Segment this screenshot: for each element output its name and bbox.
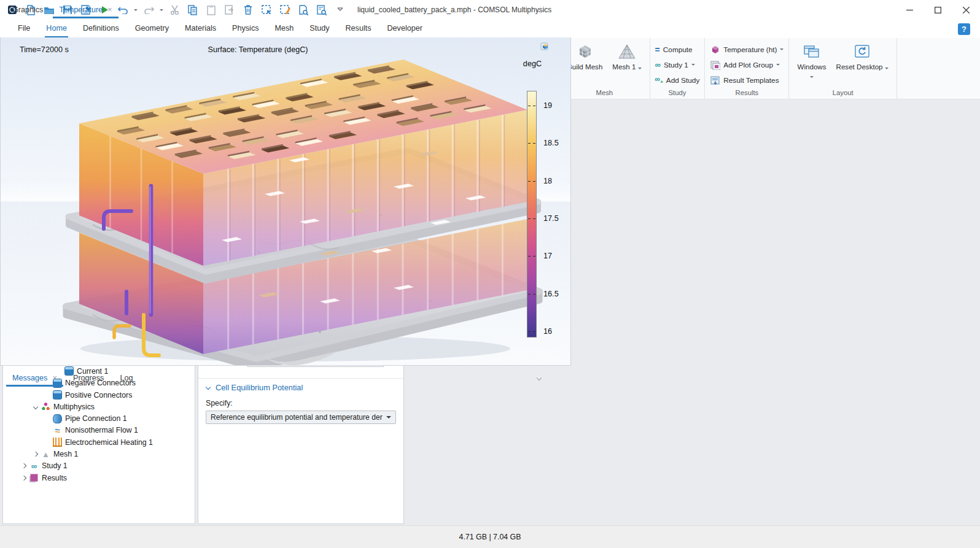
ribbon-tab-home[interactable]: Home <box>38 20 75 38</box>
tree-item-label: Results <box>42 474 67 482</box>
colorbar-tick-label: 16.5 <box>543 289 559 298</box>
tree-item-label: Mesh 1 <box>53 450 78 458</box>
maximize-button[interactable] <box>924 0 952 20</box>
expand-chevron-icon[interactable] <box>33 452 38 457</box>
colorbar-tick-label: 18.5 <box>543 139 559 147</box>
tree-item-multiphysics[interactable]: Multiphysics <box>3 401 195 412</box>
add-plot-group-button[interactable]: Add Plot Group <box>710 58 784 71</box>
cep-specify-dropdown[interactable]: Reference equilibrium potential and temp… <box>206 411 396 424</box>
build-mesh-icon <box>577 42 593 61</box>
memory-usage: 4.71 GB | 7.04 GB <box>459 533 521 541</box>
results-icon <box>31 474 38 482</box>
ribbon-group-mesh: Build Mesh Mesh 1 Mesh <box>559 38 650 99</box>
reset-desktop-button[interactable]: Reset Desktop <box>833 41 892 72</box>
add-study-button[interactable]: ∞+Add Study <box>655 74 700 87</box>
ribbon-group-layout: Windows Reset Desktop Layout <box>789 38 896 99</box>
plot-dataset-icon[interactable] <box>540 41 550 50</box>
find-button[interactable] <box>296 2 311 17</box>
paste-icon[interactable] <box>204 2 219 17</box>
tree-item-study-1[interactable]: Study 1 <box>3 460 195 472</box>
tree-item-positive-connectors[interactable]: Positive Connectors <box>3 389 195 401</box>
clear-selection-icon[interactable] <box>278 2 292 17</box>
windows-button[interactable]: Windows <box>794 41 829 80</box>
reset-desktop-icon <box>854 42 870 61</box>
study-icon: ∞ <box>655 60 661 69</box>
ribbon-tab-file[interactable]: File <box>10 20 38 38</box>
ribbon-group-study: =Compute ∞Study 1 ∞+Add Study Study <box>650 38 706 99</box>
tab-messages[interactable]: Messages× <box>4 369 65 387</box>
help-button[interactable]: ? <box>958 23 970 35</box>
minimize-button[interactable] <box>895 0 924 20</box>
tree-item-mesh-1[interactable]: Mesh 1 <box>3 448 195 460</box>
colorbar-tick-label: 16 <box>543 327 552 336</box>
tree-item-results[interactable]: Results <box>3 472 195 484</box>
section-cell-equilibrium-potential: Cell Equilibrium Potential Specify: Refe… <box>198 378 403 431</box>
ribbon-tab-results[interactable]: Results <box>338 20 379 38</box>
colorbar-unit-label: degC <box>518 60 546 68</box>
copy-button[interactable] <box>185 2 200 17</box>
cut-icon[interactable] <box>167 2 182 17</box>
3d-battery-pack-plot[interactable] <box>1 37 570 366</box>
ribbon-tab-physics[interactable]: Physics <box>224 20 266 38</box>
window-title: liquid_cooled_battery_pack_a.mph - COMSO… <box>357 6 551 14</box>
tree-item-label: Positive Connectors <box>65 391 132 399</box>
graphics-column: GraphicsTemperature× xy yz xz <box>0 0 571 422</box>
tree-item-electrochemical-heating-1[interactable]: Electrochemical Heating 1 <box>3 436 195 448</box>
collapse-chevron-icon[interactable] <box>33 404 38 409</box>
ribbon-tab-mesh[interactable]: Mesh <box>266 20 301 38</box>
add-study-icon: ∞+ <box>655 75 663 85</box>
add-plot-group-icon <box>710 60 720 70</box>
colorbar-tick-label: 19 <box>543 101 552 110</box>
status-bar: 4.71 GB | 7.04 GB <box>0 525 980 548</box>
search-settings-button[interactable] <box>314 2 329 17</box>
toolbar-overflow-chevron-icon[interactable] <box>333 2 348 17</box>
compute-icon: = <box>655 45 660 55</box>
undo-caret[interactable] <box>134 9 138 11</box>
dropdown-arrow-icon <box>386 416 391 419</box>
mesh-1-button[interactable]: Mesh 1 <box>609 41 644 72</box>
nitf-icon <box>53 426 62 435</box>
ribbon-tab-geometry[interactable]: Geometry <box>127 20 177 38</box>
tree-item-label: Nonisothermal Flow 1 <box>65 426 138 434</box>
tab-close-icon[interactable]: × <box>107 6 112 14</box>
graphics-canvas[interactable]: Time=72000 s Surface: Temperature (degC)… <box>0 37 571 366</box>
section-cep-header[interactable]: Cell Equilibrium Potential <box>198 379 403 396</box>
delete-button[interactable] <box>241 2 255 17</box>
colorbar-tick-label: 18 <box>543 176 552 185</box>
compute-button[interactable]: =Compute <box>655 43 700 56</box>
multiphysics-icon <box>41 402 50 411</box>
select-box-icon[interactable] <box>259 2 274 17</box>
windows-icon <box>803 42 820 61</box>
tree-item-label: Multiphysics <box>53 403 95 411</box>
tab-temperature[interactable]: Temperature× <box>51 1 120 18</box>
redo-caret[interactable] <box>160 9 163 11</box>
ribbon-tab-developer[interactable]: Developer <box>379 20 430 38</box>
tab-graphics[interactable]: Graphics <box>4 1 51 18</box>
study-icon <box>29 461 39 471</box>
ribbon-tab-study[interactable]: Study <box>301 20 337 38</box>
tab-label: Messages <box>12 374 47 382</box>
redo-button[interactable] <box>141 2 156 17</box>
specify-label: Specify: <box>206 399 396 407</box>
expand-chevron-icon[interactable] <box>21 475 26 480</box>
mesh-icon <box>618 42 636 61</box>
study-1-button[interactable]: ∞Study 1 <box>655 58 700 71</box>
ribbon-tab-definitions[interactable]: Definitions <box>75 20 127 38</box>
tree-item-nonisothermal-flow-1[interactable]: Nonisothermal Flow 1 <box>3 425 195 436</box>
pipe-conn-icon <box>53 414 62 423</box>
tree-item-label: Pipe Connection 1 <box>65 414 127 423</box>
result-templates-button[interactable]: Result Templates <box>710 74 784 87</box>
close-button[interactable] <box>952 0 980 20</box>
tab-progress[interactable]: Progress <box>65 369 112 387</box>
result-templates-icon <box>710 75 720 85</box>
ribbon-tab-materials[interactable]: Materials <box>177 20 224 38</box>
tree-item-pipe-connection-1[interactable]: Pipe Connection 1 <box>3 413 195 425</box>
tab-close-icon[interactable]: × <box>52 374 57 382</box>
tree-item-label: Study 1 <box>42 461 68 470</box>
expand-chevron-icon[interactable] <box>21 463 26 468</box>
temperature-plot-button[interactable]: Temperature (ht) <box>710 43 784 56</box>
box-icon <box>53 390 62 399</box>
tab-log[interactable]: Log <box>112 369 141 387</box>
duplicate-icon[interactable] <box>222 2 237 17</box>
ribbon-group-label: Layout <box>794 88 891 98</box>
